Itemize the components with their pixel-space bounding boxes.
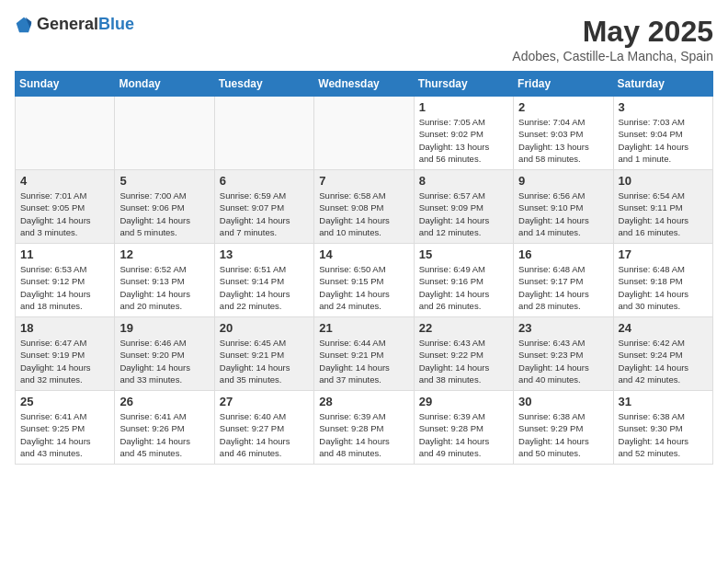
day-info: Sunrise: 7:04 AM Sunset: 9:03 PM Dayligh… bbox=[518, 116, 608, 165]
calendar-cell: 27Sunrise: 6:40 AM Sunset: 9:27 PM Dayli… bbox=[214, 391, 313, 465]
day-info: Sunrise: 6:58 AM Sunset: 9:08 PM Dayligh… bbox=[319, 190, 408, 238]
day-number: 31 bbox=[619, 395, 708, 408]
logo: GeneralBlue bbox=[15, 15, 134, 34]
week-row-2: 4Sunrise: 7:01 AM Sunset: 9:05 PM Daylig… bbox=[16, 170, 713, 244]
day-info: Sunrise: 7:03 AM Sunset: 9:04 PM Dayligh… bbox=[619, 116, 708, 165]
col-header-friday: Friday bbox=[514, 72, 613, 97]
day-info: Sunrise: 6:56 AM Sunset: 9:10 PM Dayligh… bbox=[518, 190, 608, 238]
day-info: Sunrise: 7:05 AM Sunset: 9:02 PM Dayligh… bbox=[419, 116, 508, 165]
day-info: Sunrise: 6:38 AM Sunset: 9:29 PM Dayligh… bbox=[518, 410, 608, 459]
calendar-cell bbox=[314, 97, 414, 170]
day-number: 6 bbox=[220, 174, 309, 188]
logo-icon bbox=[15, 16, 33, 34]
day-number: 30 bbox=[518, 395, 608, 408]
day-info: Sunrise: 6:54 AM Sunset: 9:11 PM Dayligh… bbox=[619, 190, 708, 238]
day-number: 24 bbox=[619, 321, 708, 335]
day-number: 19 bbox=[119, 321, 209, 335]
day-number: 10 bbox=[619, 174, 708, 188]
logo-blue: Blue bbox=[98, 15, 134, 33]
page-header: GeneralBlue May 2025 Adobes, Castille-La… bbox=[15, 15, 713, 63]
week-row-1: 1Sunrise: 7:05 AM Sunset: 9:02 PM Daylig… bbox=[16, 97, 713, 170]
day-number: 11 bbox=[20, 247, 109, 261]
day-number: 26 bbox=[119, 395, 209, 408]
calendar-cell: 28Sunrise: 6:39 AM Sunset: 9:28 PM Dayli… bbox=[314, 391, 414, 465]
day-info: Sunrise: 6:43 AM Sunset: 9:23 PM Dayligh… bbox=[518, 337, 608, 385]
day-number: 13 bbox=[220, 247, 309, 261]
calendar-cell: 31Sunrise: 6:38 AM Sunset: 9:30 PM Dayli… bbox=[613, 391, 712, 465]
col-header-monday: Monday bbox=[115, 72, 214, 97]
calendar-cell: 26Sunrise: 6:41 AM Sunset: 9:26 PM Dayli… bbox=[115, 391, 214, 465]
day-info: Sunrise: 7:00 AM Sunset: 9:06 PM Dayligh… bbox=[119, 190, 209, 238]
calendar-cell bbox=[115, 97, 214, 170]
calendar-cell: 11Sunrise: 6:53 AM Sunset: 9:12 PM Dayli… bbox=[16, 244, 115, 317]
day-info: Sunrise: 6:42 AM Sunset: 9:24 PM Dayligh… bbox=[619, 337, 708, 385]
day-number: 16 bbox=[518, 247, 608, 261]
day-number: 29 bbox=[419, 395, 508, 408]
day-info: Sunrise: 6:41 AM Sunset: 9:26 PM Dayligh… bbox=[119, 410, 209, 459]
day-number: 27 bbox=[220, 395, 309, 408]
day-number: 1 bbox=[419, 100, 508, 114]
calendar-cell: 25Sunrise: 6:41 AM Sunset: 9:25 PM Dayli… bbox=[16, 391, 115, 465]
col-header-sunday: Sunday bbox=[16, 72, 115, 97]
calendar-cell: 20Sunrise: 6:45 AM Sunset: 9:21 PM Dayli… bbox=[214, 317, 313, 391]
day-info: Sunrise: 6:40 AM Sunset: 9:27 PM Dayligh… bbox=[220, 410, 309, 459]
col-header-tuesday: Tuesday bbox=[214, 72, 313, 97]
day-number: 28 bbox=[319, 395, 408, 408]
calendar-cell: 10Sunrise: 6:54 AM Sunset: 9:11 PM Dayli… bbox=[613, 170, 712, 244]
col-header-thursday: Thursday bbox=[414, 72, 513, 97]
day-info: Sunrise: 6:46 AM Sunset: 9:20 PM Dayligh… bbox=[119, 337, 209, 385]
calendar-cell: 1Sunrise: 7:05 AM Sunset: 9:02 PM Daylig… bbox=[414, 97, 513, 170]
col-header-saturday: Saturday bbox=[613, 72, 712, 97]
calendar-cell: 22Sunrise: 6:43 AM Sunset: 9:22 PM Dayli… bbox=[414, 317, 513, 391]
col-header-wednesday: Wednesday bbox=[314, 72, 414, 97]
week-row-3: 11Sunrise: 6:53 AM Sunset: 9:12 PM Dayli… bbox=[16, 244, 713, 317]
day-number: 14 bbox=[319, 247, 408, 261]
day-number: 25 bbox=[20, 395, 109, 408]
day-number: 18 bbox=[20, 321, 109, 335]
day-info: Sunrise: 6:45 AM Sunset: 9:21 PM Dayligh… bbox=[220, 337, 309, 385]
calendar-cell: 6Sunrise: 6:59 AM Sunset: 9:07 PM Daylig… bbox=[214, 170, 313, 244]
location-title: Adobes, Castille-La Mancha, Spain bbox=[512, 49, 713, 63]
calendar-cell: 9Sunrise: 6:56 AM Sunset: 9:10 PM Daylig… bbox=[514, 170, 613, 244]
day-info: Sunrise: 6:47 AM Sunset: 9:19 PM Dayligh… bbox=[20, 337, 109, 385]
day-number: 8 bbox=[419, 174, 508, 188]
week-row-4: 18Sunrise: 6:47 AM Sunset: 9:19 PM Dayli… bbox=[16, 317, 713, 391]
day-info: Sunrise: 6:48 AM Sunset: 9:18 PM Dayligh… bbox=[619, 263, 708, 312]
day-info: Sunrise: 6:48 AM Sunset: 9:17 PM Dayligh… bbox=[518, 263, 608, 312]
day-info: Sunrise: 6:59 AM Sunset: 9:07 PM Dayligh… bbox=[220, 190, 309, 238]
calendar-cell: 3Sunrise: 7:03 AM Sunset: 9:04 PM Daylig… bbox=[613, 97, 712, 170]
day-number: 5 bbox=[119, 174, 209, 188]
calendar-cell: 5Sunrise: 7:00 AM Sunset: 9:06 PM Daylig… bbox=[115, 170, 214, 244]
calendar-cell: 30Sunrise: 6:38 AM Sunset: 9:29 PM Dayli… bbox=[514, 391, 613, 465]
logo-general: General bbox=[37, 15, 98, 33]
day-info: Sunrise: 6:41 AM Sunset: 9:25 PM Dayligh… bbox=[20, 410, 109, 459]
month-title: May 2025 bbox=[512, 15, 713, 49]
day-number: 9 bbox=[518, 174, 608, 188]
day-number: 7 bbox=[319, 174, 408, 188]
calendar-cell: 12Sunrise: 6:52 AM Sunset: 9:13 PM Dayli… bbox=[115, 244, 214, 317]
day-info: Sunrise: 6:51 AM Sunset: 9:14 PM Dayligh… bbox=[220, 263, 309, 312]
calendar-cell bbox=[214, 97, 313, 170]
calendar-cell: 2Sunrise: 7:04 AM Sunset: 9:03 PM Daylig… bbox=[514, 97, 613, 170]
title-area: May 2025 Adobes, Castille-La Mancha, Spa… bbox=[512, 15, 713, 63]
calendar-cell: 19Sunrise: 6:46 AM Sunset: 9:20 PM Dayli… bbox=[115, 317, 214, 391]
day-info: Sunrise: 6:39 AM Sunset: 9:28 PM Dayligh… bbox=[419, 410, 508, 459]
calendar-cell: 15Sunrise: 6:49 AM Sunset: 9:16 PM Dayli… bbox=[414, 244, 513, 317]
calendar-cell: 18Sunrise: 6:47 AM Sunset: 9:19 PM Dayli… bbox=[16, 317, 115, 391]
day-number: 15 bbox=[419, 247, 508, 261]
calendar-table: SundayMondayTuesdayWednesdayThursdayFrid… bbox=[15, 71, 713, 465]
calendar-cell: 4Sunrise: 7:01 AM Sunset: 9:05 PM Daylig… bbox=[16, 170, 115, 244]
calendar-cell: 23Sunrise: 6:43 AM Sunset: 9:23 PM Dayli… bbox=[514, 317, 613, 391]
calendar-cell: 16Sunrise: 6:48 AM Sunset: 9:17 PM Dayli… bbox=[514, 244, 613, 317]
calendar-cell: 7Sunrise: 6:58 AM Sunset: 9:08 PM Daylig… bbox=[314, 170, 414, 244]
calendar-cell: 24Sunrise: 6:42 AM Sunset: 9:24 PM Dayli… bbox=[613, 317, 712, 391]
calendar-cell: 14Sunrise: 6:50 AM Sunset: 9:15 PM Dayli… bbox=[314, 244, 414, 317]
day-number: 4 bbox=[20, 174, 109, 188]
day-info: Sunrise: 6:52 AM Sunset: 9:13 PM Dayligh… bbox=[119, 263, 209, 312]
day-number: 2 bbox=[518, 100, 608, 114]
day-number: 17 bbox=[619, 247, 708, 261]
day-number: 22 bbox=[419, 321, 508, 335]
day-info: Sunrise: 7:01 AM Sunset: 9:05 PM Dayligh… bbox=[20, 190, 109, 238]
day-info: Sunrise: 6:49 AM Sunset: 9:16 PM Dayligh… bbox=[419, 263, 508, 312]
day-info: Sunrise: 6:39 AM Sunset: 9:28 PM Dayligh… bbox=[319, 410, 408, 459]
